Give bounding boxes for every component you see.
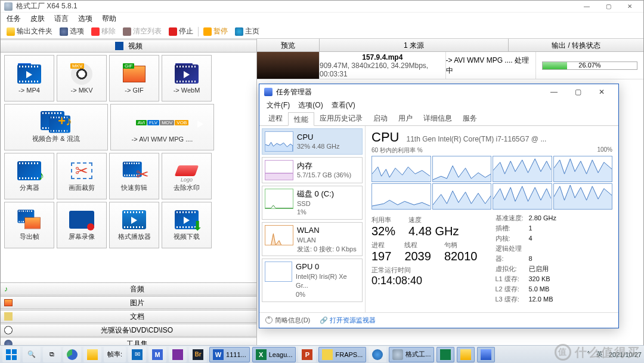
col-output[interactable]: 输出 / 转换状态	[509, 39, 643, 51]
category-dvd[interactable]: 光驱设备\DVD\CD\ISO	[1, 324, 256, 337]
cell-export-frame[interactable]: 导出帧	[4, 202, 54, 248]
toolbar-pause[interactable]: 暂停	[201, 26, 230, 36]
formatfactory-button[interactable]: 格式工...	[389, 347, 434, 362]
toolbar: 输出文件夹 选项 移除 清空列表 停止 暂停 主页	[1, 24, 643, 39]
metric-memory[interactable]: 内存5.7/15.7 GB (36%)	[262, 157, 363, 183]
pause-icon	[203, 27, 212, 36]
close-button[interactable]: ✕	[620, 1, 640, 12]
tab-app-history[interactable]: 应用历史记录	[314, 112, 368, 125]
toolbar-output-folder[interactable]: 输出文件夹	[4, 26, 55, 36]
toolbar-home[interactable]: 主页	[233, 26, 262, 36]
window-title: 格式工厂 X64 5.8.1	[16, 1, 78, 11]
tab-services[interactable]: 服务	[457, 112, 482, 125]
explorer-button[interactable]	[83, 347, 101, 362]
cell-mkv[interactable]: MKV-> MKV	[57, 55, 107, 101]
titlebar[interactable]: 格式工厂 X64 5.8.1 — ▢ ✕	[1, 1, 643, 13]
cell-crop[interactable]: ✂画面裁剪	[57, 153, 107, 199]
job-details: 909.47M, 3840x2160, 34.29Mbps, 00:03:31	[320, 61, 445, 78]
metric-cpu[interactable]: CPU32% 4.48 GHz	[262, 128, 363, 155]
tab-startup[interactable]: 启动	[368, 112, 393, 125]
tm-maximize-button[interactable]: ▢	[566, 84, 590, 100]
ime-indicator[interactable]: 英	[596, 350, 603, 359]
metric-gpu[interactable]: GPU 0Intel(R) Iris(R) Xe Gr...0%	[262, 259, 363, 302]
menu-lang[interactable]: 语言	[51, 13, 72, 25]
metric-wlan[interactable]: WLANWLAN发送: 0 接收: 0 Kbps	[262, 222, 363, 256]
metric-disk[interactable]: 磁盘 0 (C:)SSD1%	[262, 186, 363, 220]
job-row[interactable]: 157.9.4.mp4 909.47M, 3840x2160, 34.29Mbp…	[257, 52, 643, 79]
toolbar-options[interactable]: 选项	[57, 26, 86, 36]
tm-menu-options[interactable]: 选项(O)	[295, 100, 326, 112]
cell-gif[interactable]: GIF-> GIF	[109, 55, 159, 101]
tab-details[interactable]: 详细信息	[418, 112, 457, 125]
tm-minimize-button[interactable]: —	[542, 84, 566, 100]
col-preview[interactable]: 预览	[257, 39, 320, 51]
category-image[interactable]: 图片	[1, 296, 256, 309]
category-video[interactable]: 视频	[1, 39, 256, 53]
tm-menu-file[interactable]: 文件(F)	[263, 100, 293, 112]
cell-merge[interactable]: +♪视频合并 & 混流	[4, 104, 108, 150]
system-tray[interactable]: ˄ 英 2021/10/27	[587, 350, 642, 359]
bridge-button[interactable]: Br	[189, 347, 207, 362]
cell-cut[interactable]: ✂快速剪辑	[109, 153, 159, 199]
category-document[interactable]: 文档	[1, 310, 256, 323]
powerpoint-button[interactable]: P	[298, 347, 316, 362]
category-audio[interactable]: ♪音频	[1, 282, 256, 296]
maximize-button[interactable]: ▢	[598, 1, 618, 12]
cell-screen-record[interactable]: 屏幕录像	[57, 202, 107, 248]
mem-mini-chart	[265, 160, 293, 180]
job-source: 157.9.4.mp4 909.47M, 3840x2160, 34.29Mbp…	[320, 52, 446, 79]
ge-button[interactable]	[369, 347, 386, 362]
search-button[interactable]: 🔍	[23, 347, 41, 362]
col-source[interactable]: 1 来源	[320, 39, 509, 51]
video-grid: MP4-> MP4 MKV-> MKV GIF-> GIF WebM-> Web…	[1, 53, 256, 282]
m-app-button[interactable]: M	[148, 347, 166, 362]
cpu-speed: 4.48 GHz	[408, 224, 459, 238]
tab-processes[interactable]: 进程	[263, 112, 288, 125]
excel-button[interactable]: XLeagu...	[252, 347, 296, 362]
taskbar: 🔍 ⧉ 帧率: ✉ M Br W1111... XLeagu... P FRAP…	[0, 345, 644, 363]
tray-date[interactable]: 2021/10/27	[609, 351, 642, 358]
menu-options[interactable]: 选项	[75, 13, 96, 25]
fraps-button[interactable]: FRAPS...	[318, 347, 366, 362]
cell-player[interactable]: 格式播放器	[109, 202, 159, 248]
tm-title: 任务管理器	[276, 87, 312, 97]
framerate-indicator[interactable]: 帧率:	[104, 347, 126, 362]
tm-titlebar[interactable]: 任务管理器 — ▢ ✕	[259, 84, 618, 100]
tm-close-button[interactable]: ✕	[590, 84, 614, 100]
minimize-button[interactable]: —	[577, 1, 597, 12]
wlan-mini-chart	[265, 225, 293, 245]
onenote-button[interactable]	[169, 347, 187, 362]
cpu-core-chart	[553, 156, 613, 182]
cell-webm[interactable]: WebM-> WebM	[162, 55, 212, 101]
tab-performance[interactable]: 性能	[288, 112, 314, 126]
open-resource-monitor[interactable]: 🔗 打开资源监视器	[320, 316, 376, 325]
tm-fewer-details[interactable]: ˄简略信息(D)	[265, 316, 310, 325]
menu-task[interactable]: 任务	[3, 13, 24, 25]
cell-avi-wmv[interactable]: AVIFLVMOVVOB-> AVI WMV MPG ....	[110, 104, 214, 150]
excel2-button[interactable]	[436, 347, 454, 362]
explorer2-button[interactable]	[457, 347, 475, 362]
tab-users[interactable]: 用户	[393, 112, 418, 125]
svg-rect-0	[265, 173, 293, 180]
cell-watermark[interactable]: Logo去除水印	[162, 153, 212, 199]
menu-skin[interactable]: 皮肤	[27, 13, 48, 25]
word-button[interactable]: W1111...	[209, 347, 250, 362]
tm-menu-view[interactable]: 查看(V)	[328, 100, 359, 112]
toolbar-remove: 移除	[89, 26, 118, 36]
cell-download[interactable]: ⬇视频下载	[162, 202, 212, 248]
menubar: 任务 皮肤 语言 选项 帮助	[1, 13, 643, 24]
tray-chevron-up-icon[interactable]: ˄	[587, 350, 590, 358]
toolbar-stop[interactable]: 停止	[166, 26, 196, 36]
cpu-model: 11th Gen Intel(R) Core(TM) i7-1165G7 @ .…	[406, 135, 612, 143]
cell-demux[interactable]: ♪分离器	[4, 153, 54, 199]
cell-mp4[interactable]: MP4-> MP4	[4, 55, 54, 101]
mail-button[interactable]: ✉	[128, 347, 146, 362]
job-progress: 26.07%	[536, 52, 643, 79]
menu-help[interactable]: 帮助	[98, 13, 120, 25]
taskmgr-button[interactable]	[477, 347, 495, 362]
taskmgr-icon	[264, 88, 273, 96]
start-button[interactable]	[2, 347, 20, 362]
edge-button[interactable]	[63, 347, 81, 362]
taskview-button[interactable]: ⧉	[43, 347, 61, 362]
cpu-core-chart	[553, 183, 613, 210]
